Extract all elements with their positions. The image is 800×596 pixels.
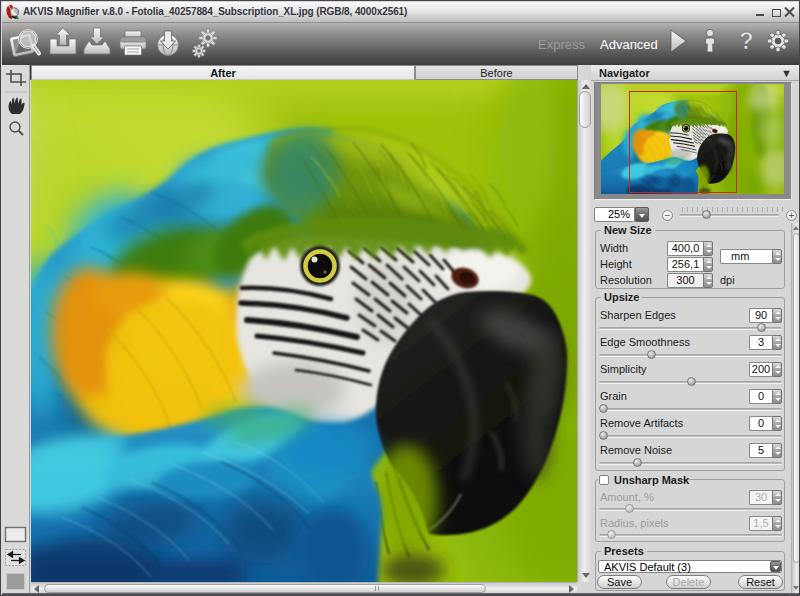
svg-text:?: ? bbox=[739, 27, 754, 54]
